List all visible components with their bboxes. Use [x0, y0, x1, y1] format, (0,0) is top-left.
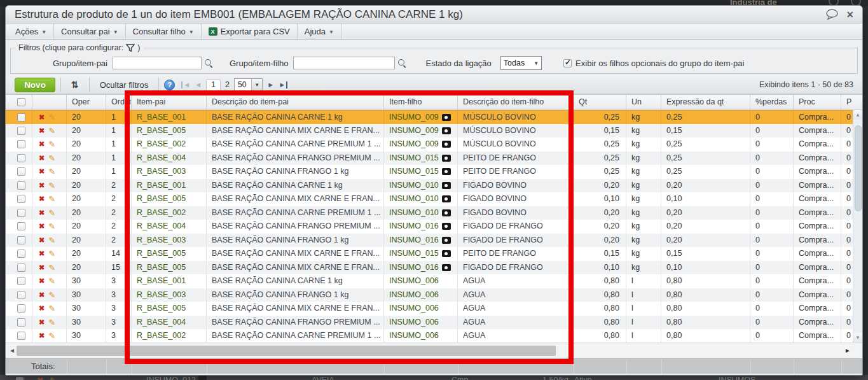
- edit-icon[interactable]: ✎: [48, 261, 55, 274]
- new-button[interactable]: Novo: [15, 78, 55, 92]
- table-row[interactable]: ✖✎202R_BASE_004BASE RAÇÃO CANINA FRANGO …: [6, 220, 862, 234]
- edit-icon[interactable]: ✎: [48, 220, 55, 233]
- horizontal-scrollbar[interactable]: ◄ ►: [6, 342, 862, 358]
- current-page[interactable]: 1: [206, 79, 221, 91]
- edit-icon[interactable]: ✎: [48, 247, 55, 260]
- table-row[interactable]: ✖✎201R_BASE_001BASE RAÇÃO CANINA CARNE 1…: [6, 110, 862, 124]
- delete-icon[interactable]: ✖: [39, 206, 45, 220]
- edit-icon[interactable]: ✎: [48, 151, 55, 165]
- row-checkbox[interactable]: [17, 277, 25, 285]
- close-icon[interactable]: ×: [846, 9, 853, 20]
- edit-icon[interactable]: ✎: [48, 179, 55, 192]
- refresh-icon[interactable]: ⇅: [66, 80, 84, 90]
- delete-icon[interactable]: ✖: [39, 288, 45, 302]
- optional-children-checkbox[interactable]: [563, 59, 572, 67]
- row-checkbox[interactable]: [17, 113, 25, 122]
- table-row[interactable]: ✖✎303R_BASE_004BASE RAÇÃO CANINA FRANGO …: [6, 316, 862, 330]
- scroll-right-icon[interactable]: ►: [844, 347, 851, 354]
- delete-icon[interactable]: ✖: [39, 329, 45, 342]
- menu-exportar-para-csv[interactable]: XExportar para CSV: [202, 24, 298, 39]
- delete-icon[interactable]: ✖: [39, 124, 45, 137]
- row-checkbox[interactable]: [17, 318, 25, 327]
- table-row[interactable]: ✖✎303R_BASE_003BASE RAÇÃO CANINA FRANGO …: [6, 288, 862, 302]
- search-icon[interactable]: [204, 59, 213, 67]
- table-row[interactable]: ✖✎202R_BASE_003BASE RAÇÃO CANINA FRANGO …: [6, 234, 862, 248]
- table-row[interactable]: ✖✎303R_BASE_002BASE RAÇÃO CANINA CARNE P…: [6, 329, 862, 343]
- delete-icon[interactable]: ✖: [39, 261, 45, 274]
- horizontal-scrollbar-thumb[interactable]: [17, 346, 556, 356]
- vertical-scrollbar-thumb[interactable]: [855, 125, 862, 211]
- row-checkbox[interactable]: [17, 140, 25, 148]
- delete-icon[interactable]: ✖: [39, 247, 45, 260]
- edit-icon[interactable]: ✎: [48, 206, 55, 220]
- edit-icon[interactable]: ✎: [48, 234, 55, 247]
- row-checkbox[interactable]: [17, 291, 25, 299]
- delete-icon[interactable]: ✖: [39, 179, 45, 192]
- edit-icon[interactable]: ✎: [48, 274, 55, 288]
- menu-ajuda[interactable]: Ajuda▼: [298, 24, 341, 39]
- edit-icon[interactable]: ✎: [48, 137, 55, 151]
- edit-icon[interactable]: ✎: [48, 288, 55, 302]
- delete-icon[interactable]: ✖: [39, 137, 45, 151]
- help-icon[interactable]: ?: [164, 80, 175, 90]
- row-checkbox[interactable]: [17, 264, 25, 272]
- delete-icon[interactable]: ✖: [39, 316, 45, 329]
- table-row[interactable]: ✖✎2014R_BASE_005BASE RAÇÃO CANINA MIX CA…: [6, 247, 862, 261]
- group-parent-input[interactable]: [113, 57, 202, 69]
- edit-icon[interactable]: ✎: [48, 302, 55, 315]
- menu-consultar-pai[interactable]: Consultar pai▼: [54, 24, 126, 39]
- row-checkbox[interactable]: [17, 181, 25, 190]
- edit-icon[interactable]: ✎: [48, 316, 55, 329]
- table-row[interactable]: ✖✎303R_BASE_001BASE RAÇÃO CANINA CARNE 1…: [6, 274, 862, 288]
- next-page-icon[interactable]: ►: [267, 81, 274, 88]
- edit-icon[interactable]: ✎: [48, 111, 55, 124]
- group-child-input[interactable]: [293, 57, 395, 69]
- hide-filters-button[interactable]: Ocultar filtros: [95, 80, 154, 90]
- scroll-up-icon[interactable]: ▲: [853, 110, 862, 120]
- table-row[interactable]: ✖✎201R_BASE_003BASE RAÇÃO CANINA FRANGO …: [6, 165, 862, 179]
- search-icon[interactable]: [397, 59, 406, 67]
- row-checkbox[interactable]: [17, 250, 25, 258]
- edit-icon[interactable]: ✎: [48, 329, 55, 342]
- delete-icon[interactable]: ✖: [39, 165, 45, 178]
- delete-icon[interactable]: ✖: [39, 151, 45, 165]
- row-checkbox[interactable]: [17, 127, 25, 135]
- row-checkbox[interactable]: [17, 222, 25, 230]
- last-page-icon[interactable]: ►: [279, 81, 287, 88]
- row-checkbox[interactable]: [17, 167, 25, 176]
- edit-icon[interactable]: ✎: [48, 192, 55, 206]
- page-2-link[interactable]: 2: [225, 80, 230, 89]
- edit-icon[interactable]: ✎: [48, 165, 55, 178]
- delete-icon[interactable]: ✖: [39, 234, 45, 247]
- menu-consultar-filho[interactable]: Consultar filho▼: [126, 24, 202, 39]
- delete-icon[interactable]: ✖: [39, 111, 45, 124]
- scroll-left-icon[interactable]: ◄: [9, 347, 15, 354]
- table-row[interactable]: ✖✎202R_BASE_005BASE RAÇÃO CANINA MIX CAR…: [6, 192, 862, 206]
- row-checkbox[interactable]: [17, 332, 25, 340]
- menu-a-es[interactable]: Ações▼: [8, 24, 54, 39]
- row-checkbox[interactable]: [17, 195, 25, 203]
- first-page-icon[interactable]: ◄: [181, 81, 190, 88]
- row-checkbox[interactable]: [17, 209, 25, 217]
- prev-page-icon[interactable]: ◄: [195, 81, 202, 88]
- table-row[interactable]: ✖✎201R_BASE_005BASE RAÇÃO CANINA MIX CAR…: [6, 124, 862, 138]
- filters-legend[interactable]: Filtros (clique para configurar: ): [16, 43, 143, 52]
- page-size-select[interactable]: 50 ▼: [234, 78, 263, 91]
- delete-icon[interactable]: ✖: [39, 192, 45, 206]
- comment-bubble-icon[interactable]: [825, 9, 839, 20]
- table-row[interactable]: ✖✎201R_BASE_002BASE RAÇÃO CANINA CARNE P…: [6, 137, 862, 151]
- table-row[interactable]: ✖✎202R_BASE_002BASE RAÇÃO CANINA CARNE P…: [6, 206, 862, 220]
- table-row[interactable]: ✖✎303R_BASE_005BASE RAÇÃO CANINA MIX CAR…: [6, 302, 862, 316]
- select-all-checkbox[interactable]: [17, 98, 25, 106]
- delete-icon[interactable]: ✖: [39, 274, 45, 288]
- delete-icon[interactable]: ✖: [39, 220, 45, 233]
- table-row[interactable]: ✖✎202R_BASE_001BASE RAÇÃO CANINA CARNE 1…: [6, 179, 862, 193]
- scroll-down-icon[interactable]: ▼: [853, 333, 862, 342]
- vertical-scrollbar[interactable]: ▲ ▼: [853, 110, 862, 342]
- table-row[interactable]: ✖✎201R_BASE_004BASE RAÇÃO CANINA FRANGO …: [6, 151, 862, 165]
- row-checkbox[interactable]: [17, 154, 25, 162]
- table-row[interactable]: ✖✎2015R_BASE_005BASE RAÇÃO CANINA MIX CA…: [6, 261, 862, 275]
- link-state-select[interactable]: Todas ▼: [500, 56, 542, 70]
- row-checkbox[interactable]: [17, 236, 25, 244]
- delete-icon[interactable]: ✖: [39, 302, 45, 315]
